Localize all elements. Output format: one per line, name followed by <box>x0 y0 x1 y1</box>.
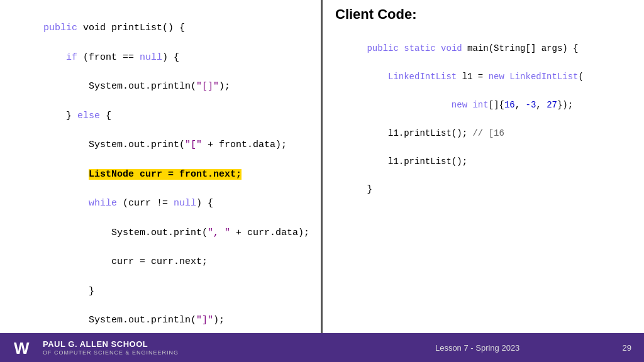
lesson-label: Lesson 7 - Spring 2023 <box>333 343 623 353</box>
left-code-panel: public void printList() { if (front == n… <box>0 0 321 333</box>
page-number: 29 <box>623 343 631 353</box>
uw-logo: W <box>13 336 35 359</box>
school-sub: OF COMPUTER SCIENCE & ENGINEERING <box>43 349 333 356</box>
code-block: public void printList() { if (front == n… <box>9 6 311 362</box>
client-code-block: public static void main(String[] args) {… <box>335 28 631 224</box>
school-info: PAUL G. ALLEN SCHOOL OF COMPUTER SCIENCE… <box>43 339 333 356</box>
footer: W PAUL G. ALLEN SCHOOL OF COMPUTER SCIEN… <box>0 333 644 362</box>
client-code-title: Client Code: <box>335 6 631 23</box>
right-code-panel: Client Code: public static void main(Str… <box>323 0 643 333</box>
svg-text:W: W <box>14 339 30 358</box>
school-name: PAUL G. ALLEN SCHOOL <box>43 339 333 349</box>
